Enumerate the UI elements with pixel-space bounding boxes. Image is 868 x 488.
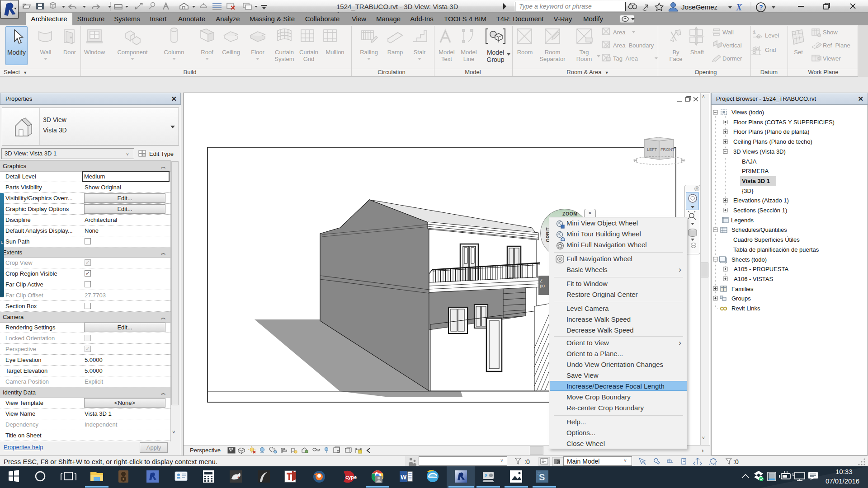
svg-text:LEFT: LEFT xyxy=(647,147,657,152)
svg-text:cype: cype xyxy=(345,474,357,480)
svg-text:X: X xyxy=(736,2,742,12)
svg-text:S: S xyxy=(539,472,545,482)
svg-text:JoseGemez: JoseGemez xyxy=(681,3,717,11)
svg-text:?: ? xyxy=(759,4,763,11)
svg-text:FRONT: FRONT xyxy=(660,147,675,152)
svg-text:W: W xyxy=(401,474,407,481)
svg-text::0: :0 xyxy=(524,458,530,465)
svg-text::0: :0 xyxy=(733,458,739,465)
svg-text:1: 1 xyxy=(753,30,755,34)
